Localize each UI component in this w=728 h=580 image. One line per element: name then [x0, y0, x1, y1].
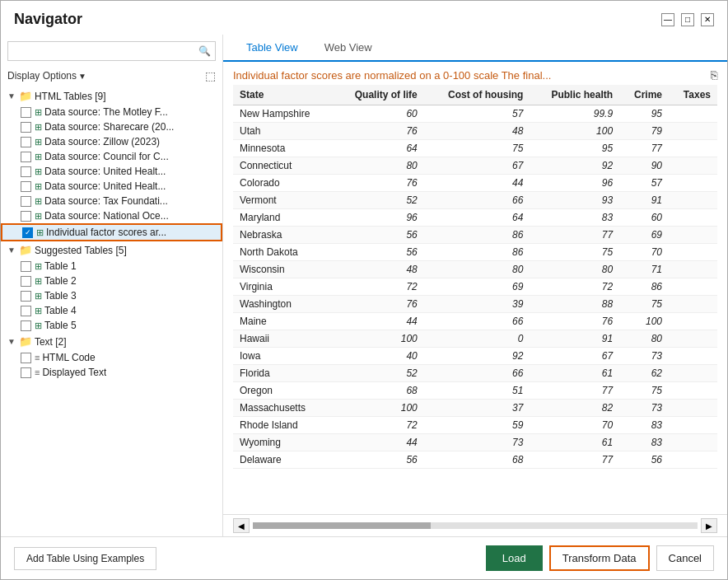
- individual-factor-scores-item[interactable]: ✓ ⊞ Individual factor scores ar...: [1, 223, 222, 241]
- table-description: Individual factor scores are normalized …: [233, 69, 704, 82]
- list-item[interactable]: ≡ HTML Code: [1, 350, 222, 365]
- list-item[interactable]: ⊞ Data source: Sharecare (20...: [1, 119, 222, 134]
- footer-actions: Load Transform Data Cancel: [486, 545, 714, 571]
- table-cell: 40: [333, 348, 423, 365]
- scroll-track[interactable]: [253, 522, 698, 529]
- list-item[interactable]: ⊞ Data source: Zillow (2023): [1, 134, 222, 149]
- display-options-button[interactable]: Display Options ▼: [7, 70, 86, 82]
- close-button[interactable]: ✕: [701, 13, 714, 26]
- section-html-tables[interactable]: ▼ 📁 HTML Tables [9]: [1, 87, 222, 105]
- tab-table-view[interactable]: Table View: [233, 35, 311, 62]
- table-cell: 70: [530, 417, 619, 434]
- maximize-button[interactable]: □: [681, 13, 694, 26]
- checkbox[interactable]: [21, 166, 31, 177]
- list-item[interactable]: ⊞ Data source: United Healt...: [1, 164, 222, 179]
- table-icon: ⊞: [35, 137, 42, 147]
- checkbox[interactable]: [21, 367, 31, 378]
- table-cell: 80: [424, 261, 530, 278]
- table-cell: [669, 278, 717, 296]
- list-item[interactable]: ⊞ Data source: National Oce...: [1, 208, 222, 223]
- list-item[interactable]: ≡ Displayed Text: [1, 365, 222, 380]
- table-icon: ⊞: [35, 320, 42, 331]
- minimize-button[interactable]: —: [661, 13, 674, 26]
- checkbox[interactable]: [21, 196, 31, 207]
- checkbox[interactable]: [21, 152, 31, 162]
- search-input[interactable]: [7, 41, 216, 61]
- checkbox[interactable]: [21, 320, 31, 331]
- item-label: Table 4: [44, 305, 77, 316]
- item-label: Data source: United Healt...: [44, 180, 166, 192]
- table-cell: 44: [424, 175, 530, 192]
- copy-icon[interactable]: ⎘: [711, 68, 717, 82]
- list-item[interactable]: ⊞ Data source: Tax Foundati...: [1, 194, 222, 208]
- table-cell: 62: [619, 365, 669, 382]
- folder-icon: 📁: [19, 244, 32, 256]
- load-button[interactable]: Load: [486, 545, 543, 571]
- table-cell: 66: [424, 192, 530, 209]
- list-item[interactable]: ⊞ Data source: The Motley F...: [1, 105, 222, 119]
- cancel-button[interactable]: Cancel: [656, 545, 714, 571]
- table-cell: 56: [333, 451, 423, 469]
- table-cell: 61: [530, 365, 619, 382]
- import-icon[interactable]: ⬚: [205, 69, 216, 82]
- table-cell: 72: [530, 278, 619, 296]
- table-row: Wisconsin48808071: [233, 261, 717, 278]
- tab-web-view[interactable]: Web View: [311, 35, 385, 62]
- sidebar: 🔍 Display Options ▼ ⬚ ▼ 📁 HTML Tables [9…: [1, 35, 223, 536]
- table-icon: ⊞: [35, 261, 42, 272]
- checkbox[interactable]: [21, 261, 31, 272]
- checkbox[interactable]: [21, 276, 31, 287]
- checkbox[interactable]: [21, 181, 31, 192]
- table-cell: Rhode Island: [233, 417, 333, 434]
- data-table-container[interactable]: State Quality of life Cost of housing Pu…: [223, 85, 727, 514]
- section-text[interactable]: ▼ 📁 Text [2]: [1, 333, 222, 350]
- table-row: New Hampshire605799.995: [233, 105, 717, 123]
- list-item[interactable]: ⊞ Table 4: [1, 303, 222, 318]
- table-cell: 83: [619, 417, 669, 434]
- list-item[interactable]: ⊞ Data source: Council for C...: [1, 149, 222, 164]
- table-cell: Hawaii: [233, 330, 333, 348]
- table-row: Wyoming44736183: [233, 434, 717, 451]
- section-suggested-tables[interactable]: ▼ 📁 Suggested Tables [5]: [1, 241, 222, 259]
- table-cell: [669, 434, 717, 451]
- table-cell: 67: [530, 348, 619, 365]
- right-panel: Table View Web View Individual factor sc…: [223, 35, 727, 536]
- checkbox[interactable]: [21, 306, 31, 316]
- table-cell: 95: [619, 105, 669, 123]
- scroll-left-button[interactable]: ◀: [233, 518, 250, 533]
- transform-data-button[interactable]: Transform Data: [549, 545, 650, 571]
- table-row: Florida52666162: [233, 365, 717, 382]
- checkbox[interactable]: [21, 211, 31, 222]
- checkbox[interactable]: [21, 353, 31, 363]
- table-cell: 56: [333, 227, 423, 244]
- folder-icon: 📁: [19, 90, 32, 102]
- checkbox[interactable]: [21, 122, 31, 133]
- checkbox[interactable]: [21, 137, 31, 147]
- tree-scroll[interactable]: ▼ 📁 HTML Tables [9] ⊞ Data source: The M…: [1, 87, 222, 530]
- scroll-right-button[interactable]: ▶: [701, 518, 717, 533]
- list-item[interactable]: ⊞ Table 2: [1, 274, 222, 288]
- list-item[interactable]: ⊞ Table 1: [1, 259, 222, 274]
- item-label: Data source: United Healt...: [44, 166, 166, 177]
- display-options-label-text: Display Options: [7, 70, 77, 82]
- table-cell: 92: [424, 348, 530, 365]
- list-item[interactable]: ⊞ Table 3: [1, 288, 222, 303]
- horizontal-scrollbar: ◀ ▶: [223, 514, 727, 536]
- table-icon: ⊞: [35, 276, 42, 287]
- list-item[interactable]: ⊞ Table 5: [1, 318, 222, 333]
- checkbox-checked[interactable]: ✓: [22, 227, 33, 238]
- navigator-dialog: Navigator — □ ✕ 🔍 Display Options ▼ ⬚: [0, 0, 728, 580]
- checkbox[interactable]: [21, 291, 31, 302]
- item-label: Data source: National Oce...: [44, 210, 169, 222]
- add-table-button[interactable]: Add Table Using Examples: [14, 547, 156, 570]
- table-cell: 70: [619, 244, 669, 261]
- table-cell: 75: [619, 296, 669, 313]
- table-cell: Colorado: [233, 175, 333, 192]
- table-cell: 52: [333, 365, 423, 382]
- checkbox[interactable]: [21, 107, 31, 118]
- item-label: Data source: Tax Foundati...: [44, 195, 168, 207]
- table-cell: 76: [530, 313, 619, 330]
- list-item[interactable]: ⊞ Data source: United Healt...: [1, 179, 222, 194]
- table-cell: 80: [333, 157, 423, 175]
- table-row: Nebraska56867769: [233, 227, 717, 244]
